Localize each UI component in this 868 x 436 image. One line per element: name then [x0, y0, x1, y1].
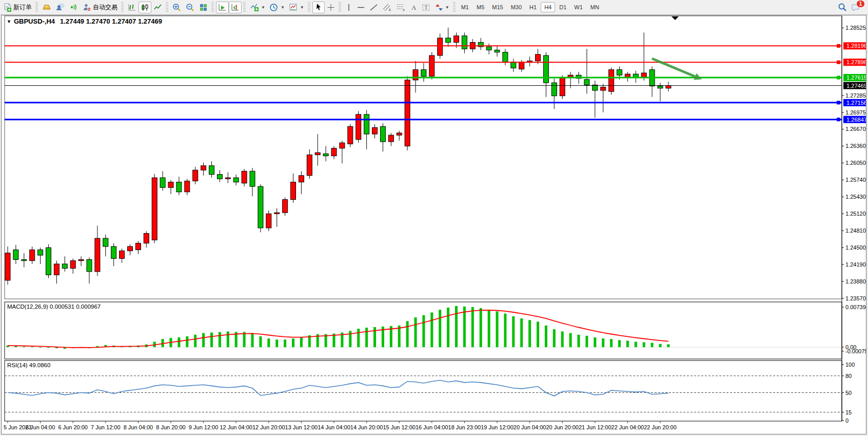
toolbar-right: 1: [838, 3, 867, 12]
svg-text:F: F: [403, 8, 405, 11]
templates-button[interactable]: ▼: [287, 2, 306, 13]
chart-shift-icon: [231, 3, 240, 12]
hlines-layer: [5, 44, 842, 121]
svg-text:12 Jun 04:00: 12 Jun 04:00: [220, 424, 252, 430]
svg-text:14 Jun 04:00: 14 Jun 04:00: [318, 424, 350, 430]
chart-title: ▼GBPUSD-,H41.27449 1.27470 1.27407 1.274…: [7, 17, 162, 25]
timeframe-H1[interactable]: H1: [526, 2, 540, 12]
auto-scroll-icon: [218, 3, 227, 12]
toolbar-grip: [339, 2, 341, 12]
svg-text:7 Jun 12:00: 7 Jun 12:00: [91, 424, 121, 430]
svg-text:14 Jun 20:00: 14 Jun 20:00: [350, 424, 383, 430]
svg-text:1.26975: 1.26975: [845, 109, 866, 116]
crosshair-button[interactable]: [325, 2, 337, 13]
horizontal-line-button[interactable]: [354, 2, 367, 13]
fibonacci-button[interactable]: F: [394, 2, 408, 13]
text-icon: A: [410, 3, 418, 12]
profile-icon: [55, 3, 65, 11]
equidistant-channel-button[interactable]: E: [380, 2, 394, 13]
chevron-down-icon: ▼: [445, 5, 449, 10]
trendline-button[interactable]: [367, 2, 380, 13]
cursor-icon: [314, 3, 323, 12]
periods-button[interactable]: ▼: [267, 2, 287, 13]
timeframe-M1[interactable]: M1: [458, 2, 472, 12]
svg-text:1.26847: 1.26847: [846, 117, 866, 123]
svg-text:20 Jun 20:00: 20 Jun 20:00: [546, 424, 579, 430]
chevron-down-icon: ▼: [261, 5, 265, 10]
line-chart-button[interactable]: [151, 2, 164, 13]
svg-text:13 Jun 12:00: 13 Jun 12:00: [285, 424, 318, 430]
indicators-button[interactable]: ▼: [248, 2, 267, 13]
svg-text:0: 0: [845, 418, 849, 424]
svg-text:-0.000751: -0.000751: [845, 348, 866, 354]
arrows-button[interactable]: ▼: [433, 2, 451, 13]
toolbar-grip: [243, 2, 246, 12]
svg-text:21 Jun 12:00: 21 Jun 12:00: [579, 424, 611, 430]
text-label-button[interactable]: T: [420, 2, 433, 13]
signals-icon: [69, 3, 78, 11]
svg-text:8 Jun 20:00: 8 Jun 20:00: [156, 424, 186, 430]
auto-scroll-button[interactable]: [216, 2, 229, 13]
svg-text:1.25430: 1.25430: [845, 194, 866, 200]
chart-menu-icon[interactable]: ▼: [7, 19, 11, 24]
chart-symbol-period: GBPUSD-,H4: [14, 17, 55, 25]
svg-text:15: 15: [845, 409, 852, 415]
svg-text:1.28196: 1.28196: [846, 43, 866, 49]
notifications-button[interactable]: 1: [851, 3, 861, 12]
svg-text:0.00739: 0.00739: [845, 304, 866, 310]
vertical-line-icon: [345, 3, 352, 12]
timeframe-MN[interactable]: MN: [587, 2, 603, 12]
svg-text:1.27896: 1.27896: [846, 59, 866, 65]
svg-text:8 Jun 04:00: 8 Jun 04:00: [124, 424, 153, 430]
timeframe-M15[interactable]: M15: [488, 2, 506, 12]
new-order-button[interactable]: 新订单: [1, 2, 34, 13]
zoom-in-button[interactable]: [170, 2, 184, 13]
svg-text:1.23570: 1.23570: [845, 295, 866, 301]
timeframe-group: M1M5M15M30H1H4D1W1MN: [458, 2, 603, 12]
arrows-icon: [435, 3, 443, 12]
chart-ohlc-values: 1.27449 1.27470 1.27407 1.27469: [60, 17, 162, 25]
svg-text:1.26670: 1.26670: [845, 126, 866, 132]
timeframe-M5[interactable]: M5: [473, 2, 488, 12]
toolbar-grip: [121, 2, 124, 12]
search-icon[interactable]: [838, 3, 847, 12]
cursor-button[interactable]: [312, 2, 325, 13]
svg-text:16 Jun 04:00: 16 Jun 04:00: [416, 424, 448, 430]
chart-window[interactable]: 1.281961.278961.276151.271561.268471.274…: [1, 15, 866, 434]
candlestick-button[interactable]: [139, 2, 151, 13]
chart-canvas[interactable]: 1.281961.278961.276151.271561.268471.274…: [2, 15, 866, 434]
profile-button[interactable]: [53, 2, 67, 13]
svg-text:100: 100: [845, 362, 855, 368]
svg-text:1.26360: 1.26360: [845, 143, 866, 149]
svg-text:1.26050: 1.26050: [845, 160, 866, 166]
rsi-indicator-label: RSI(14) 49.0860: [7, 362, 50, 368]
bar-chart-button[interactable]: [126, 2, 139, 13]
timeframe-M30[interactable]: M30: [507, 2, 525, 12]
timeframe-W1[interactable]: W1: [570, 2, 586, 12]
signals-button[interactable]: [67, 2, 80, 13]
zoom-out-button[interactable]: [184, 2, 197, 13]
tile-windows-button[interactable]: [197, 2, 210, 13]
fibonacci-icon: F: [396, 3, 406, 12]
timeframe-D1[interactable]: D1: [556, 2, 570, 12]
zoom-in-icon: [172, 3, 182, 12]
svg-text:22 Jun 04:00: 22 Jun 04:00: [611, 424, 644, 430]
svg-text:80: 80: [845, 373, 852, 379]
bar-chart-icon: [128, 3, 136, 12]
trend-arrow[interactable]: [652, 59, 695, 77]
candles-layer: [5, 28, 671, 285]
new-order-label: 新订单: [13, 3, 32, 12]
chart-shift-marker[interactable]: [672, 16, 679, 20]
text-button[interactable]: A: [408, 2, 420, 13]
chart-shift-button[interactable]: [229, 2, 242, 13]
clock-icon: [269, 3, 279, 12]
line-chart-icon: [153, 3, 162, 12]
auto-trading-label: 自动交易: [93, 3, 117, 12]
auto-trading-button[interactable]: 自动交易: [80, 2, 120, 13]
chevron-down-icon: ▼: [300, 5, 304, 10]
timeframe-H4[interactable]: H4: [541, 2, 555, 12]
toolbar-grip: [166, 2, 168, 12]
market-button[interactable]: [40, 2, 53, 13]
channel-icon: E: [382, 3, 392, 12]
vertical-line-button[interactable]: [343, 2, 354, 13]
